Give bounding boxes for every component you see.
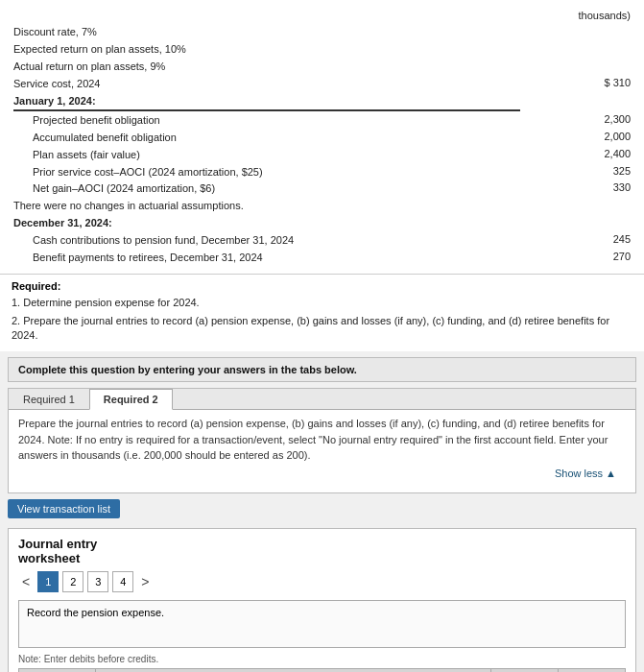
required-section: Required: 1. Determine pension expense f…: [0, 275, 644, 351]
data-label-5: Projected benefit obligation: [13, 113, 520, 129]
data-value-5: 2,300: [522, 113, 631, 129]
data-value-8: 325: [522, 165, 631, 180]
tab-description: Prepare the journal entries to record (a…: [18, 416, 626, 464]
data-value-1: [522, 42, 631, 58]
data-label-7: Plan assets (fair value): [13, 148, 520, 163]
tab-required-1[interactable]: Required 1: [9, 389, 89, 409]
prev-page-arrow[interactable]: <: [18, 574, 34, 589]
data-value-3: $ 310: [522, 77, 631, 92]
data-value-11: [522, 216, 631, 231]
required-item-2: 2. Prepare the journal entries to record…: [12, 314, 632, 344]
next-page-arrow[interactable]: >: [137, 574, 153, 589]
page-2-button[interactable]: 2: [62, 571, 83, 592]
tab-content: Prepare the journal entries to record (a…: [9, 410, 635, 492]
required-label: Required:: [12, 280, 632, 292]
data-label-1: Expected return on plan assets, 10%: [13, 42, 520, 58]
data-value-0: [522, 25, 631, 40]
data-label-6: Accumulated benefit obligation: [13, 131, 520, 146]
data-label-9: Net gain–AOCI (2024 amortization, $6): [13, 181, 520, 197]
data-value-2: [522, 60, 631, 75]
page-container: thousands) Discount rate, 7% Expected re…: [0, 0, 644, 672]
journal-section: Journal entry worksheet < 1 2 3 4 > Reco…: [8, 528, 636, 672]
tab-required-2[interactable]: Required 2: [89, 389, 173, 410]
page-4-button[interactable]: 4: [112, 571, 133, 592]
record-label: Record the pension expense.: [19, 601, 625, 624]
data-value-6: 2,000: [522, 131, 631, 146]
top-section: thousands) Discount rate, 7% Expected re…: [0, 0, 644, 275]
column-header: thousands): [522, 10, 631, 23]
note-text: Note: Enter debits before credits.: [18, 654, 626, 664]
data-value-12: 245: [522, 233, 631, 249]
journal-title: Journal entry worksheet: [18, 537, 626, 565]
data-value-9: 330: [522, 181, 631, 197]
data-label-2: Actual return on plan assets, 9%: [13, 60, 520, 75]
data-label-3: Service cost, 2024: [13, 77, 520, 92]
page-3-button[interactable]: 3: [87, 571, 108, 592]
page-1-button[interactable]: 1: [37, 571, 59, 592]
data-label-8: Prior service cost–AOCI (2024 amortizati…: [13, 165, 520, 180]
data-table: thousands) Discount rate, 7% Expected re…: [12, 8, 632, 268]
view-transaction-list-button[interactable]: View transaction list: [8, 499, 120, 518]
data-value-13: 270: [522, 251, 631, 266]
tabs-container: Required 1 Required 2 Prepare the journa…: [8, 388, 636, 493]
data-label-10: There were no changes in actuarial assum…: [13, 199, 520, 214]
required-item-1: 1. Determine pension expense for 2024.: [12, 296, 632, 310]
show-less-button[interactable]: Show less ▲: [18, 464, 626, 486]
question-box: Complete this question by entering your …: [8, 357, 636, 382]
data-value-7: 2,400: [522, 148, 631, 163]
data-label-0: Discount rate, 7%: [13, 25, 520, 40]
data-label-12: Cash contributions to pension fund, Dece…: [13, 233, 520, 249]
data-value-10: [522, 199, 631, 214]
page-navigation: < 1 2 3 4 >: [18, 571, 626, 592]
journal-table: Transaction General Journal Debit Credit…: [18, 668, 626, 672]
data-label-13: Benefit payments to retirees, December 3…: [13, 251, 520, 266]
data-label-4: January 1, 2024:: [13, 94, 520, 111]
data-label-11: December 31, 2024:: [13, 216, 520, 231]
question-box-text: Complete this question by entering your …: [18, 364, 626, 375]
data-value-4: [522, 94, 631, 111]
entry-box: Record the pension expense.: [18, 600, 626, 648]
tabs-row: Required 1 Required 2: [9, 389, 635, 410]
